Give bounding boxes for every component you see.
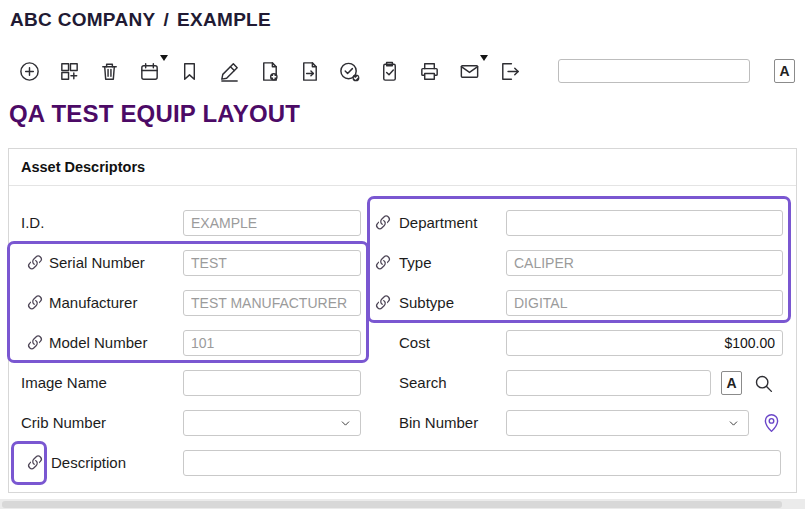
- edit-icon[interactable]: [216, 58, 242, 84]
- email-icon[interactable]: [456, 58, 482, 84]
- description-field[interactable]: [183, 450, 781, 476]
- horizontal-scrollbar[interactable]: [0, 499, 805, 509]
- department-label: Department: [399, 210, 477, 236]
- link-icon[interactable]: [373, 213, 393, 233]
- dropdown-caret-icon: [480, 55, 488, 61]
- link-icon[interactable]: [25, 453, 45, 473]
- serial-number-field[interactable]: [183, 250, 361, 276]
- link-icon[interactable]: [373, 293, 393, 313]
- link-icon[interactable]: [25, 253, 45, 273]
- chevron-down-icon: [339, 417, 352, 430]
- note-add-icon[interactable]: [256, 58, 282, 84]
- description-label: Description: [51, 450, 126, 476]
- schedule-icon[interactable]: [136, 58, 162, 84]
- model-number-field[interactable]: [183, 330, 361, 356]
- search-match-case-button[interactable]: A: [721, 371, 742, 395]
- breadcrumb-company[interactable]: ABC COMPANY: [10, 9, 155, 31]
- search-field[interactable]: [506, 370, 711, 396]
- breadcrumb: ABC COMPANY / EXAMPLE: [10, 9, 271, 31]
- delete-icon[interactable]: [96, 58, 122, 84]
- department-field[interactable]: [506, 210, 783, 236]
- page-title: QA TEST EQUIP LAYOUT: [9, 100, 300, 128]
- subtype-label: Subtype: [399, 290, 454, 316]
- image-name-label: Image Name: [21, 370, 107, 396]
- manufacturer-label: Manufacturer: [49, 290, 137, 316]
- toolbar-search-input[interactable]: [558, 59, 750, 83]
- chevron-down-icon: [727, 417, 740, 430]
- dropdown-caret-icon: [160, 55, 168, 61]
- location-pin-icon[interactable]: [759, 410, 783, 436]
- serial-number-label: Serial Number: [49, 250, 145, 276]
- type-field[interactable]: [506, 250, 783, 276]
- breadcrumb-separator: /: [163, 9, 169, 31]
- search-icon[interactable]: [751, 370, 775, 396]
- crib-number-select[interactable]: [183, 410, 361, 436]
- link-icon[interactable]: [373, 253, 393, 273]
- id-label: I.D.: [21, 210, 44, 236]
- search-label: Search: [399, 370, 447, 396]
- asset-descriptors-section: Asset Descriptors I.D. Department Serial…: [8, 148, 797, 493]
- print-icon[interactable]: [416, 58, 442, 84]
- horizontal-scrollbar-thumb[interactable]: [2, 501, 782, 508]
- send-document-icon[interactable]: [296, 58, 322, 84]
- subtype-field[interactable]: [506, 290, 783, 316]
- bin-number-select[interactable]: [506, 410, 749, 436]
- manufacturer-field[interactable]: [183, 290, 361, 316]
- bookmark-icon[interactable]: [176, 58, 202, 84]
- bin-number-label: Bin Number: [399, 410, 478, 436]
- verify-icon[interactable]: [336, 58, 362, 84]
- add-icon[interactable]: [16, 58, 42, 84]
- section-title: Asset Descriptors: [9, 149, 796, 186]
- toolbar: A: [16, 54, 805, 88]
- model-number-label: Model Number: [49, 330, 147, 356]
- id-field[interactable]: [183, 210, 361, 236]
- type-label: Type: [399, 250, 432, 276]
- breadcrumb-record: EXAMPLE: [177, 9, 271, 31]
- crib-number-label: Crib Number: [21, 410, 106, 436]
- link-icon[interactable]: [25, 333, 45, 353]
- link-icon[interactable]: [25, 293, 45, 313]
- duplicate-icon[interactable]: [56, 58, 82, 84]
- checklist-icon[interactable]: [376, 58, 402, 84]
- export-icon[interactable]: [496, 58, 522, 84]
- app-window: ABC COMPANY / EXAMPLE: [0, 0, 805, 509]
- cost-label: Cost: [399, 330, 430, 356]
- cost-field[interactable]: [506, 330, 783, 356]
- match-case-button[interactable]: A: [774, 59, 795, 83]
- image-name-field[interactable]: [183, 370, 361, 396]
